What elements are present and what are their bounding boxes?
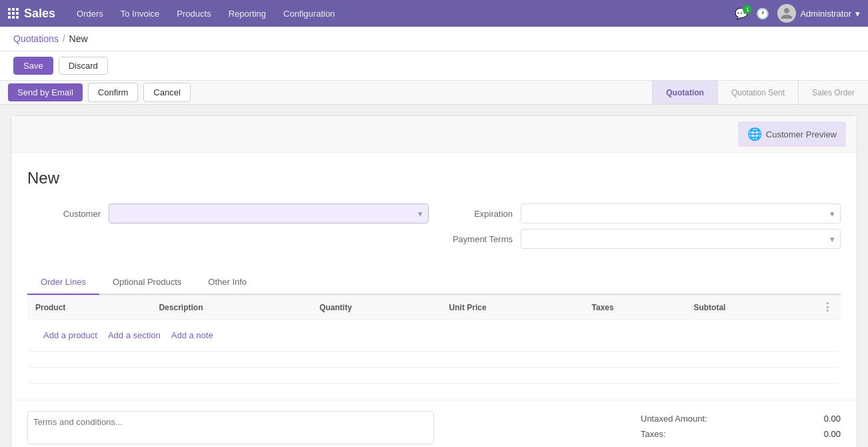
payment-terms-label: Payment Terms xyxy=(439,234,513,244)
add-links: Add a product Add a section Add a note xyxy=(35,325,833,346)
customer-input[interactable]: ▾ xyxy=(109,203,429,223)
untaxed-amount-value: 0.00 xyxy=(801,414,841,424)
empty-row-1 xyxy=(27,352,841,368)
table-menu-icon[interactable]: ⋮ xyxy=(822,302,833,313)
toolbar: Save Discard xyxy=(0,51,868,81)
customer-field-group: Customer ▾ xyxy=(27,203,429,254)
breadcrumb-separator: / xyxy=(63,33,65,44)
nav-to-invoice[interactable]: To Invoice xyxy=(113,5,168,23)
add-product-link[interactable]: Add a product xyxy=(43,330,97,340)
right-fields: Expiration ▾ Payment Terms ▾ xyxy=(439,203,841,254)
clock-icon[interactable]: 🕐 xyxy=(756,7,769,20)
payment-terms-input[interactable]: ▾ xyxy=(521,229,841,249)
nav-reporting[interactable]: Reporting xyxy=(221,5,274,23)
taxes-value: 0.00 xyxy=(801,429,841,439)
add-row: Add a product Add a section Add a note xyxy=(27,320,841,352)
totals-table: Untaxed Amount: 0.00 Taxes: 0.00 xyxy=(641,411,841,442)
col-quantity: Quantity xyxy=(311,296,441,320)
nav-configuration[interactable]: Configuration xyxy=(275,5,343,23)
cancel-button[interactable]: Cancel xyxy=(143,83,190,102)
step-quotation-sent[interactable]: Quotation Sent xyxy=(717,81,798,104)
expiration-input[interactable]: ▾ xyxy=(521,203,841,223)
col-actions: ⋮ xyxy=(814,296,841,320)
form-fields: Customer ▾ Expiration ▾ xyxy=(27,203,841,254)
expiration-group: Expiration ▾ xyxy=(439,203,841,223)
customer-dropdown-icon: ▾ xyxy=(418,209,423,219)
breadcrumb-current: New xyxy=(69,33,88,44)
app-name: Sales xyxy=(24,7,55,21)
payment-terms-group: Payment Terms ▾ xyxy=(439,229,841,249)
tab-optional-products[interactable]: Optional Products xyxy=(99,270,195,295)
expiration-label: Expiration xyxy=(439,209,513,219)
form-title: New xyxy=(27,169,841,187)
add-note-link[interactable]: Add a note xyxy=(171,330,213,340)
customer-preview-button[interactable]: 🌐 Customer Preview xyxy=(738,121,846,147)
totals-section: Untaxed Amount: 0.00 Taxes: 0.00 xyxy=(641,411,841,442)
customer-label: Customer xyxy=(27,209,101,219)
topnav-right: 💬 1 🕐 Administrator ▾ xyxy=(735,4,860,23)
form-card-header: 🌐 Customer Preview xyxy=(11,116,857,153)
add-links-cell: Add a product Add a section Add a note xyxy=(27,320,841,352)
topnav: Sales Orders To Invoice Products Reporti… xyxy=(0,0,868,27)
avatar xyxy=(777,4,796,23)
breadcrumb-parent[interactable]: Quotations xyxy=(13,33,59,44)
col-description: Description xyxy=(151,296,311,320)
customer-group: Customer ▾ xyxy=(27,203,429,223)
payment-terms-dropdown-icon: ▾ xyxy=(830,234,835,244)
discard-button[interactable]: Discard xyxy=(59,57,108,75)
confirm-button[interactable]: Confirm xyxy=(88,83,139,102)
main-content: 🌐 Customer Preview New Customer ▾ xyxy=(0,105,868,447)
status-steps: Quotation Quotation Sent Sales Order xyxy=(652,81,868,104)
form-card: 🌐 Customer Preview New Customer ▾ xyxy=(11,115,857,447)
nav-orders[interactable]: Orders xyxy=(69,5,111,23)
taxes-row: Taxes: 0.00 xyxy=(641,426,841,442)
order-lines-table: Product Description Quantity Unit Price … xyxy=(27,295,841,384)
empty-row-2 xyxy=(27,368,841,384)
tab-order-lines[interactable]: Order Lines xyxy=(27,270,99,295)
app-logo[interactable]: Sales xyxy=(8,7,55,21)
col-taxes: Taxes xyxy=(584,296,686,320)
form-body: New Customer ▾ Expiration xyxy=(11,153,857,400)
grid-icon xyxy=(8,8,19,19)
user-chevron-icon: ▾ xyxy=(855,9,860,19)
statusbar: Send by Email Confirm Cancel Quotation Q… xyxy=(0,81,868,105)
col-unit-price: Unit Price xyxy=(441,296,584,320)
messages-icon[interactable]: 💬 1 xyxy=(735,7,748,20)
expiration-dropdown-icon: ▾ xyxy=(830,209,835,219)
user-name: Administrator xyxy=(800,9,851,19)
main-nav: Orders To Invoice Products Reporting Con… xyxy=(69,5,721,23)
user-menu[interactable]: Administrator ▾ xyxy=(777,4,860,23)
step-sales-order[interactable]: Sales Order xyxy=(798,81,868,104)
form-footer: Untaxed Amount: 0.00 Taxes: 0.00 xyxy=(11,400,857,447)
step-quotation[interactable]: Quotation xyxy=(652,81,717,104)
order-tabs: Order Lines Optional Products Other Info xyxy=(27,270,841,295)
untaxed-amount-row: Untaxed Amount: 0.00 xyxy=(641,411,841,426)
save-button[interactable]: Save xyxy=(13,57,53,75)
untaxed-amount-label: Untaxed Amount: xyxy=(641,414,707,424)
add-section-link[interactable]: Add a section xyxy=(108,330,161,340)
col-product: Product xyxy=(27,296,151,320)
col-subtotal: Subtotal xyxy=(685,296,814,320)
message-badge: 1 xyxy=(743,5,752,14)
send-email-button[interactable]: Send by Email xyxy=(8,83,83,101)
taxes-label: Taxes: xyxy=(641,429,666,439)
customer-preview-label: Customer Preview xyxy=(766,129,837,139)
tab-other-info[interactable]: Other Info xyxy=(195,270,260,295)
terms-textarea[interactable] xyxy=(27,411,434,444)
statusbar-actions: Send by Email Confirm Cancel xyxy=(0,81,652,104)
breadcrumb: Quotations / New xyxy=(0,27,868,51)
globe-icon: 🌐 xyxy=(747,127,762,141)
nav-products[interactable]: Products xyxy=(169,5,219,23)
